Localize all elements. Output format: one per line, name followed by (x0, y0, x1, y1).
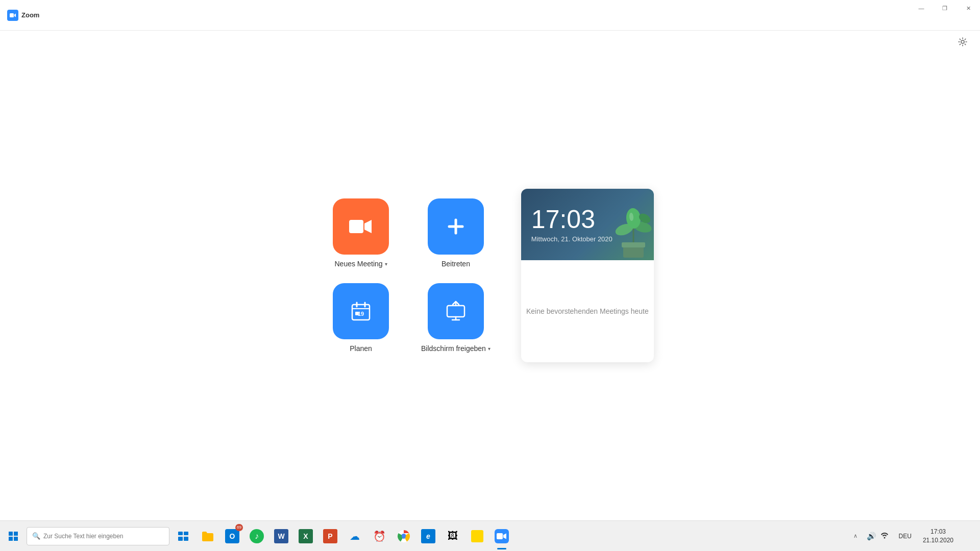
language-indicator[interactable]: DEU (896, 533, 915, 540)
taskbar-apps: O 69 ♪ W X P ☁ ⏰ (172, 521, 513, 552)
powerpoint-icon: P (323, 529, 337, 543)
svg-rect-13 (447, 306, 464, 317)
taskbar-app-task-view[interactable] (172, 521, 195, 552)
taskbar-app-clock[interactable]: ⏰ (368, 521, 391, 552)
svg-point-37 (884, 537, 885, 539)
planen-label: Planen (350, 344, 372, 353)
tray-icons: 🔊 (862, 531, 894, 541)
bildschirm-freigeben-label: Bildschirm freigeben ▾ (421, 344, 491, 353)
taskbar-app-chrome[interactable] (392, 521, 415, 552)
plant-decoration (608, 199, 654, 260)
explorer-icon (201, 529, 215, 543)
beitreten-label: Beitreten (442, 260, 470, 268)
neues-meeting-icon (333, 198, 389, 255)
taskbar-app-photos[interactable]: 🖼 (441, 521, 464, 552)
sticky-icon (471, 530, 483, 542)
clock-taskbar-icon: ⏰ (372, 529, 386, 543)
taskbar-app-word[interactable]: W (270, 521, 293, 552)
zoom-taskbar-icon (495, 529, 509, 543)
windows-logo-icon (8, 531, 18, 541)
svg-rect-36 (497, 533, 503, 539)
speaker-icon[interactable]: 🔊 (867, 532, 876, 541)
schedule-panel: 17:03 Mittwoch, 21. Oktober 2020 (521, 189, 654, 362)
svg-rect-18 (622, 242, 645, 247)
svg-rect-27 (9, 537, 13, 541)
bildschirm-freigeben-button[interactable]: Bildschirm freigeben ▾ (421, 283, 491, 353)
svg-rect-30 (184, 532, 188, 535)
taskbar-app-sticky[interactable] (465, 521, 489, 552)
bildschirm-freigeben-icon (428, 283, 484, 339)
bildschirm-freigeben-chevron: ▾ (488, 346, 491, 352)
neues-meeting-button[interactable]: Neues Meeting ▾ (326, 198, 396, 268)
outlook-icon: O (225, 529, 239, 543)
svg-rect-29 (178, 532, 183, 535)
tray-expand-button[interactable]: ∧ (851, 533, 860, 539)
app-logo: Zoom (0, 10, 82, 21)
taskbar-search-icon: 🔍 (32, 532, 40, 540)
word-icon: W (274, 529, 288, 543)
tray-time: 17:03 (930, 528, 946, 536)
taskbar-app-explorer[interactable] (196, 521, 219, 552)
taskbar-app-onedrive[interactable]: ☁ (343, 521, 366, 552)
svg-rect-4 (349, 220, 363, 233)
system-tray: ∧ 🔊 DEU 17:03 21.10.2020 (851, 521, 980, 552)
svg-rect-31 (178, 537, 183, 541)
svg-rect-28 (14, 537, 18, 541)
outlook-badge: 69 (235, 524, 243, 531)
schedule-body: Keine bevorstehenden Meetings heute (521, 260, 654, 362)
schedule-header: 17:03 Mittwoch, 21. Oktober 2020 (521, 189, 654, 260)
tray-datetime[interactable]: 17:03 21.10.2020 (917, 521, 960, 552)
neues-meeting-label: Neues Meeting ▾ (334, 260, 387, 268)
taskbar-app-excel[interactable]: X (294, 521, 317, 552)
task-view-icon (176, 529, 190, 543)
schedule-time: 17:03 (531, 207, 595, 232)
app-title: Zoom (21, 11, 39, 19)
planen-icon: 19 (333, 283, 389, 339)
minimize-button[interactable]: — (910, 0, 933, 16)
network-icon[interactable] (880, 531, 889, 541)
no-meetings-text: Keine bevorstehenden Meetings heute (526, 307, 649, 315)
zoom-logo-icon (7, 10, 18, 21)
svg-point-35 (402, 534, 406, 538)
neues-meeting-chevron: ▾ (385, 261, 387, 267)
taskbar-app-zoom[interactable] (490, 521, 513, 552)
show-desktop-button[interactable] (962, 521, 980, 552)
taskbar-search[interactable]: 🔍 (27, 527, 169, 545)
planen-button[interactable]: 19 Planen (326, 283, 396, 353)
spotify-icon: ♪ (250, 529, 264, 543)
action-grid: Neues Meeting ▾ Beitreten (326, 198, 491, 353)
restore-button[interactable]: ❐ (933, 0, 957, 16)
title-bar: Zoom — ❐ ✕ (0, 0, 980, 31)
taskbar-search-input[interactable] (43, 533, 164, 540)
start-button[interactable] (0, 521, 27, 552)
main-content: Neues Meeting ▾ Beitreten (0, 31, 980, 520)
svg-rect-0 (10, 13, 14, 17)
beitreten-icon (428, 198, 484, 255)
taskbar-app-powerpoint[interactable]: P (318, 521, 342, 552)
schedule-date: Mittwoch, 21. Oktober 2020 (531, 235, 612, 243)
onedrive-icon: ☁ (348, 529, 362, 543)
taskbar-app-edge[interactable]: e (416, 521, 440, 552)
chrome-icon (397, 529, 411, 543)
svg-text:19: 19 (358, 311, 364, 317)
taskbar: 🔍 O (0, 520, 980, 551)
close-button[interactable]: ✕ (957, 0, 980, 16)
svg-rect-32 (184, 537, 188, 541)
photos-icon: 🖼 (446, 529, 460, 543)
edge-icon: e (421, 529, 435, 543)
beitreten-button[interactable]: Beitreten (421, 198, 491, 268)
window-controls: — ❐ ✕ (910, 0, 980, 16)
taskbar-app-spotify[interactable]: ♪ (245, 521, 268, 552)
taskbar-app-outlook[interactable]: O 69 (220, 521, 244, 552)
svg-rect-25 (9, 532, 13, 536)
excel-icon: X (299, 529, 313, 543)
svg-rect-26 (14, 532, 18, 536)
tray-date: 21.10.2020 (923, 536, 953, 545)
